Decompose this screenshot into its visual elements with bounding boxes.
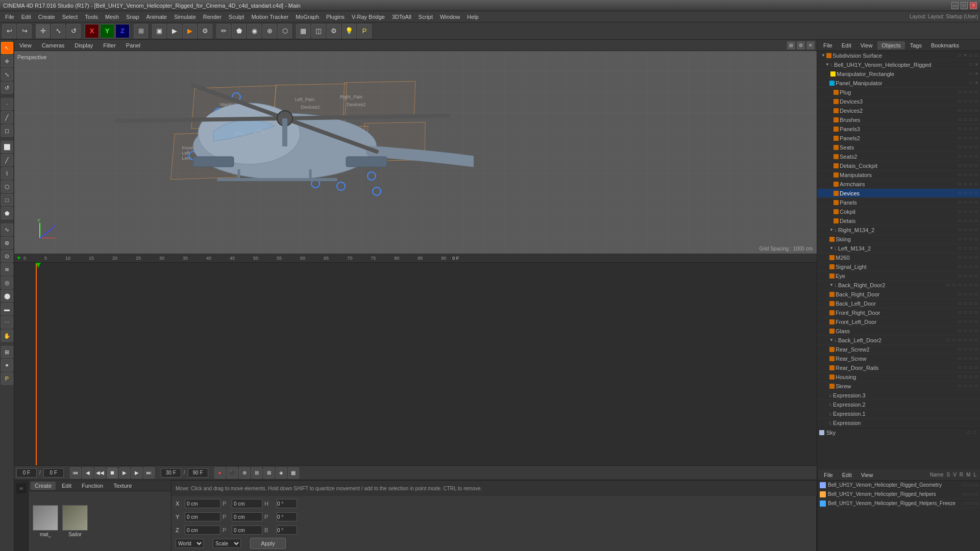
rbtab-file[interactable]: File <box>820 471 837 479</box>
z-input[interactable] <box>185 525 220 535</box>
bevel-tool[interactable]: ⬟ <box>1 207 13 219</box>
flatten-tool[interactable]: ▬ <box>1 303 13 315</box>
tree-item-cokpit[interactable]: Cokpit □ □ □ □ <box>817 207 980 216</box>
tree-item-back-left-door[interactable]: Back_Left_Door □ □ □ □ <box>817 299 980 308</box>
viewport-menu-view[interactable]: View <box>16 41 35 49</box>
auto-key-btn[interactable]: ⚫ <box>227 467 238 479</box>
grab-tool[interactable]: ✋ <box>1 330 13 342</box>
minimize-button[interactable]: — <box>951 2 959 9</box>
close-button[interactable]: ✕ <box>970 2 977 9</box>
rbtab-edit[interactable]: Edit <box>838 471 856 479</box>
scene-row-freeze[interactable]: Bell_UH1Y_Venom_Helicopter_Rigged_Helper… <box>818 499 980 508</box>
tree-item-housing[interactable]: Housing □ □ □ □ <box>817 372 980 382</box>
tree-item-manipulators[interactable]: Manipulators □ □ □ □ <box>817 170 980 180</box>
tree-item-left-m134[interactable]: ▼ L Left_M134_2 □ □ □ □ <box>817 244 980 253</box>
tool-g[interactable]: ◫ <box>311 24 326 38</box>
step-forward-btn[interactable]: ▶ <box>131 467 142 479</box>
y-input[interactable] <box>185 512 220 521</box>
py-input[interactable] <box>232 512 262 521</box>
tree-item-glass[interactable]: Glass □ □ □ □ <box>817 327 980 336</box>
stop-btn[interactable]: ⏹ <box>107 467 118 479</box>
motion-path-btn[interactable]: ⊕ <box>239 467 250 479</box>
undo-button[interactable]: ↩ <box>2 24 16 38</box>
tool-e[interactable]: ⬡ <box>278 24 292 38</box>
menu-tools[interactable]: Tools <box>82 13 101 21</box>
mat-tab-create[interactable]: Create <box>31 482 56 490</box>
redo-button[interactable]: ↪ <box>17 24 32 38</box>
menu-simulate[interactable]: Simulate <box>171 13 199 21</box>
viewport-icon-close[interactable]: ✕ <box>806 41 815 49</box>
relax-tool[interactable]: ≋ <box>1 263 13 276</box>
transform-mode-select[interactable]: Scale Move Rotate <box>213 539 241 548</box>
fx-tool[interactable]: ✦ <box>1 359 13 371</box>
mat-tab-function[interactable]: Function <box>78 482 107 490</box>
play-back-btn[interactable]: ◀◀ <box>94 467 106 479</box>
rbtab-view[interactable]: View <box>857 471 877 479</box>
h-input[interactable] <box>277 499 297 508</box>
tree-item-right-m134[interactable]: ▼ L Right_M134_2 □ □ □ □ <box>817 226 980 235</box>
menu-edit[interactable]: Edit <box>18 13 34 21</box>
tree-item-m260[interactable]: M260 □ □ □ □ <box>817 253 980 262</box>
menu-script[interactable]: Script <box>415 13 436 21</box>
tree-item-seats2[interactable]: Seats2 □ □ □ □ <box>817 152 980 161</box>
knife-tool[interactable]: ╱ <box>1 154 13 166</box>
scene-row-helpers[interactable]: Bell_UH1Y_Venom_Helicopter_Rigged_helper… <box>818 490 980 499</box>
tool-f[interactable]: ▦ <box>296 24 310 38</box>
end-frame-input[interactable] <box>188 468 208 478</box>
tree-item-skrew[interactable]: Skrew □ □ □ □ <box>817 382 980 391</box>
bridge-tool[interactable]: ⌇ <box>1 167 13 180</box>
coord-system-btn[interactable]: ⊞ <box>134 24 148 38</box>
menu-animate[interactable]: Animate <box>143 13 170 21</box>
extrude-tool[interactable]: ⬡ <box>1 181 13 193</box>
coord-system-select[interactable]: World Local Object <box>176 539 204 548</box>
render-btn[interactable]: ▶ <box>167 24 182 38</box>
play-btn[interactable]: ▶ <box>119 467 130 479</box>
select-tool[interactable]: ↖ <box>1 42 13 54</box>
tool-b[interactable]: ⬟ <box>232 24 246 38</box>
menu-create[interactable]: Create <box>35 13 58 21</box>
scale-tool[interactable]: ⤡ <box>51 24 65 38</box>
tree-item-brushes[interactable]: Brushes □ □ □ □ <box>817 115 980 124</box>
tree-item-expr1[interactable]: L Expression.1 <box>817 409 980 418</box>
apply-button[interactable]: Apply <box>250 538 286 549</box>
tree-item-helicopter[interactable]: ▼ L Bell_UH1Y_Venom_Helicopter_Rigged □ … <box>817 60 980 69</box>
magnet-tool[interactable]: ⊛ <box>1 237 13 249</box>
material-swatch-2[interactable] <box>62 505 88 531</box>
viewport-menu-cameras[interactable]: Cameras <box>39 41 68 49</box>
tree-item-eye[interactable]: Eye □ □ □ □ <box>817 271 980 281</box>
tree-item-skiing[interactable]: Skiing □ □ □ □ <box>817 235 980 244</box>
go-start-btn[interactable]: ⏮ <box>70 467 81 479</box>
tree-item-sky[interactable]: Sky □ □ <box>817 428 980 437</box>
menu-render[interactable]: Render <box>200 13 225 21</box>
tree-item-signal-light[interactable]: Signal_Light □ □ □ □ <box>817 262 980 271</box>
viewport-menu-display[interactable]: Display <box>71 41 96 49</box>
right-tab-edit[interactable]: Edit <box>838 41 855 49</box>
sculpt-tool[interactable]: ◎ <box>1 277 13 289</box>
scale-tool-left[interactable]: ⤡ <box>1 68 13 81</box>
tree-item-expr[interactable]: L Expression <box>817 418 980 428</box>
mat-tab-edit[interactable]: Edit <box>58 482 76 490</box>
tree-item-rear-screw2[interactable]: Rear_Screw2 □ □ □ □ <box>817 345 980 354</box>
tree-item-back-right-door2[interactable]: ▼ L Back_Right_Door2 □ □ □ □ □ □ <box>817 281 980 290</box>
tree-item-expr3[interactable]: L Expression.3 <box>817 391 980 400</box>
tree-item-panels2[interactable]: Panels2 □ □ □ □ <box>817 134 980 143</box>
menu-3dtoall[interactable]: 3DToAll <box>389 13 414 21</box>
material-item-2[interactable]: Sailor <box>62 505 88 537</box>
wax-tool[interactable]: ⬤ <box>1 290 13 302</box>
right-tab-tags[interactable]: Tags <box>906 41 926 49</box>
tool-d[interactable]: ⊕ <box>262 24 277 38</box>
tree-item-devices3[interactable]: Devices3 □ □ □ □ <box>817 97 980 106</box>
tool-h[interactable]: ⚙ <box>327 24 341 38</box>
viewport[interactable]: Perspective Manipul. Left_Pain. Devices2… <box>14 51 817 254</box>
menu-plugins[interactable]: Plugins <box>323 13 348 21</box>
tree-item-rear-door-rails[interactable]: Rear_Door_Rails □ □ □ □ <box>817 363 980 372</box>
tree-item-seats[interactable]: Seats □ □ □ □ <box>817 143 980 152</box>
brush-tool[interactable]: ⊙ <box>1 250 13 262</box>
tool-a[interactable]: ✏ <box>216 24 231 38</box>
menu-sculpt[interactable]: Sculpt <box>226 13 248 21</box>
material-swatch-1[interactable] <box>33 505 58 531</box>
viewport-menu-panel[interactable]: Panel <box>123 41 143 49</box>
x-axis-btn[interactable]: X <box>85 24 99 38</box>
right-tab-objects[interactable]: Objects <box>877 41 904 49</box>
tree-item-devices[interactable]: Devices □ □ □ □ <box>817 189 980 198</box>
